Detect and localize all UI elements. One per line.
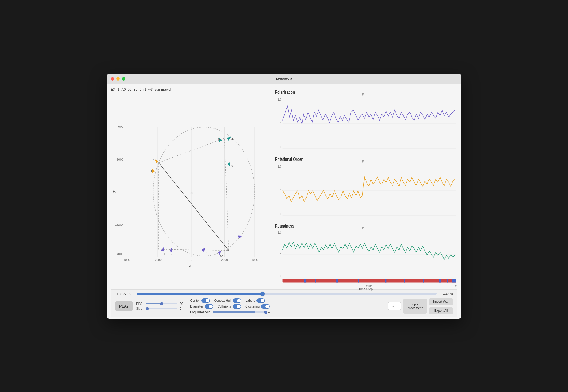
convex-hull-toggle[interactable]: [233, 298, 241, 303]
clustering-label: Clustering: [245, 305, 260, 308]
controls-row: PLAY FPS 30 Skip: [115, 298, 453, 314]
svg-marker-29: [201, 247, 206, 252]
diameter-toggle-item: Diameter: [190, 304, 213, 309]
svg-rect-73: [304, 279, 306, 282]
minimize-button[interactable]: [116, 77, 120, 81]
svg-text:1.0: 1.0: [278, 97, 281, 101]
scatter-plot-svg: X Z 4000 2000 0 −2000 −4000 −4000 −2000: [111, 93, 270, 287]
clustering-toggle[interactable]: [261, 304, 270, 309]
svg-text:1.0×10⁵: 1.0×10⁵: [451, 284, 457, 287]
svg-text:0.0: 0.0: [278, 145, 281, 149]
svg-text:0: 0: [122, 191, 123, 194]
svg-rect-77: [385, 279, 386, 282]
main-area: EXP1_A0_09_B0_0_r1_w3_summaryd X Z 4000 …: [111, 87, 457, 287]
svg-marker-64: [362, 226, 364, 229]
svg-text:Roundness: Roundness: [275, 223, 294, 228]
svg-text:1.0: 1.0: [278, 164, 281, 168]
center-toggle[interactable]: [201, 298, 210, 303]
file-name: EXP1_A0_09_B0_0_r1_w3_summaryd: [111, 87, 270, 91]
import-movement-button[interactable]: Import Movement: [403, 299, 427, 314]
clustering-toggle-item: Clustering: [245, 304, 270, 309]
time-step-label: Time Step: [274, 287, 457, 291]
labels-toggle[interactable]: [256, 298, 265, 303]
content-area: EXP1_A0_09_B0_0_r1_w3_summaryd X Z 4000 …: [106, 84, 462, 319]
right-buttons: -2.0 Import Movement Import Wall Export …: [388, 298, 453, 314]
svg-text:0: 0: [282, 284, 283, 287]
skip-value: 0: [180, 307, 185, 310]
log-threshold-value: -2.0: [268, 310, 273, 314]
collisions-toggle[interactable]: [233, 304, 241, 309]
svg-rect-79: [423, 279, 424, 282]
diameter-toggle[interactable]: [205, 304, 213, 309]
log-value-box: -2.0: [388, 302, 401, 310]
center-toggle-item: Center: [190, 298, 210, 303]
log-threshold-thumb[interactable]: [264, 311, 267, 314]
export-all-button[interactable]: Export All: [429, 307, 453, 314]
close-button[interactable]: [111, 77, 114, 81]
svg-text:8: 8: [242, 235, 243, 239]
svg-text:6: 6: [218, 137, 220, 140]
svg-text:−2000: −2000: [153, 258, 162, 261]
roundness-chart: Roundness 1.0 0.5 0.0: [274, 221, 457, 287]
rotational-order-chart: Rotational Order 1.0 0.5 0.0: [274, 154, 457, 220]
svg-text:7: 7: [152, 158, 154, 161]
fps-slider-fill: [146, 303, 162, 304]
rotational-order-svg: Rotational Order 1.0 0.5 0.0: [274, 154, 457, 220]
svg-text:×: ×: [190, 190, 193, 195]
window-title: SwarmViz: [276, 77, 292, 81]
left-panel: EXP1_A0_09_B0_0_r1_w3_summaryd X Z 4000 …: [111, 87, 270, 287]
svg-rect-75: [336, 279, 338, 282]
timestep-value: 44370: [440, 292, 453, 296]
log-threshold-row: Log Threshold -2.0: [190, 310, 273, 314]
toggle-row-1: Center Convex Hull Labels: [190, 298, 273, 303]
play-button[interactable]: PLAY: [115, 301, 133, 311]
timestep-slider-thumb[interactable]: [260, 292, 265, 296]
skip-row: Skip 0: [136, 307, 185, 310]
svg-rect-74: [315, 279, 316, 282]
labels-toggle-item: Labels: [246, 298, 265, 303]
svg-text:0.5: 0.5: [278, 188, 281, 192]
svg-text:0.5: 0.5: [278, 121, 281, 125]
log-threshold-slider[interactable]: [213, 311, 266, 313]
fps-value: 30: [180, 302, 185, 306]
maximize-button[interactable]: [122, 77, 125, 81]
svg-text:3: 3: [206, 251, 207, 255]
svg-text:2: 2: [150, 170, 152, 173]
svg-text:2000: 2000: [117, 158, 123, 161]
fps-label: FPS: [136, 302, 144, 306]
fps-skip-group: FPS 30 Skip 0: [136, 302, 185, 310]
skip-label: Skip: [136, 307, 144, 310]
svg-rect-72: [283, 279, 456, 282]
svg-text:0.0: 0.0: [278, 274, 281, 278]
svg-rect-76: [358, 279, 359, 282]
toggle-row-2: Diameter Collisions Clustering: [190, 304, 273, 309]
timestep-slider-container[interactable]: [137, 293, 437, 295]
timestep-label: Time Step: [115, 292, 134, 296]
fps-slider[interactable]: [146, 303, 178, 304]
svg-text:5×10⁴: 5×10⁴: [365, 284, 372, 287]
log-threshold-slider-fill: [213, 311, 255, 313]
svg-text:1: 1: [163, 252, 165, 255]
wall-export-buttons: Import Wall Export All: [429, 298, 453, 314]
timestep-slider-fill: [137, 293, 263, 295]
skip-slider[interactable]: [146, 308, 178, 309]
right-panel: Polarization 1.0 0.5 0.0: [274, 87, 457, 287]
log-threshold-label: Log Threshold: [190, 310, 211, 314]
fps-slider-thumb[interactable]: [160, 302, 163, 305]
svg-text:X: X: [189, 264, 192, 268]
svg-text:4000: 4000: [117, 125, 123, 128]
center-label: Center: [190, 299, 200, 302]
skip-slider-thumb[interactable]: [146, 307, 149, 310]
svg-rect-78: [404, 279, 405, 282]
svg-text:−4000: −4000: [122, 258, 130, 261]
svg-text:−2000: −2000: [115, 224, 123, 227]
titlebar: SwarmViz: [106, 74, 462, 84]
svg-text:4: 4: [231, 137, 233, 140]
svg-marker-31: [227, 136, 232, 140]
fps-row: FPS 30: [136, 302, 185, 306]
import-wall-button[interactable]: Import Wall: [429, 298, 453, 305]
collisions-label: Collisions: [218, 305, 231, 308]
svg-text:Polarization: Polarization: [275, 89, 295, 95]
svg-text:0.5: 0.5: [278, 252, 281, 256]
svg-rect-81: [447, 279, 448, 282]
